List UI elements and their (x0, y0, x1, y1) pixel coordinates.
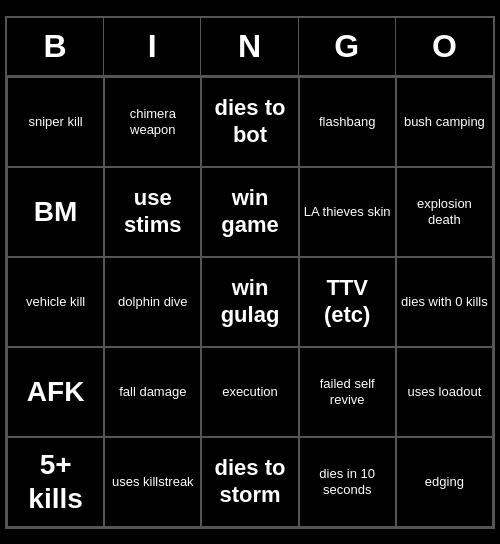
bingo-cell-14: dies with 0 kills (396, 257, 493, 347)
cell-text-7: win game (206, 185, 293, 238)
bingo-cell-0: sniper kill (7, 77, 104, 167)
header-letter-i: I (104, 18, 201, 75)
bingo-cell-6: use stims (104, 167, 201, 257)
bingo-cell-15: AFK (7, 347, 104, 437)
cell-text-12: win gulag (206, 275, 293, 328)
cell-text-14: dies with 0 kills (401, 294, 488, 310)
bingo-cell-9: explosion death (396, 167, 493, 257)
bingo-cell-10: vehicle kill (7, 257, 104, 347)
bingo-cell-7: win game (201, 167, 298, 257)
cell-text-4: bush camping (404, 114, 485, 130)
cell-text-11: dolphin dive (118, 294, 187, 310)
bingo-cell-12: win gulag (201, 257, 298, 347)
bingo-cell-23: dies in 10 seconds (299, 437, 396, 527)
bingo-cell-5: BM (7, 167, 104, 257)
cell-text-13: TTV (etc) (304, 275, 391, 328)
bingo-cell-22: dies to storm (201, 437, 298, 527)
header-letter-o: O (396, 18, 493, 75)
cell-text-10: vehicle kill (26, 294, 85, 310)
header-letter-n: N (201, 18, 298, 75)
cell-text-9: explosion death (401, 196, 488, 227)
cell-text-24: edging (425, 474, 464, 490)
bingo-cell-1: chimera weapon (104, 77, 201, 167)
bingo-cell-19: uses loadout (396, 347, 493, 437)
bingo-card: BINGO sniper killchimera weapondies to b… (5, 16, 495, 529)
bingo-cell-16: fall damage (104, 347, 201, 437)
cell-text-23: dies in 10 seconds (304, 466, 391, 497)
cell-text-3: flashbang (319, 114, 375, 130)
bingo-cell-13: TTV (etc) (299, 257, 396, 347)
bingo-cell-2: dies to bot (201, 77, 298, 167)
cell-text-1: chimera weapon (109, 106, 196, 137)
bingo-cell-18: failed self revive (299, 347, 396, 437)
header-letter-b: B (7, 18, 104, 75)
bingo-cell-21: uses killstreak (104, 437, 201, 527)
cell-text-0: sniper kill (29, 114, 83, 130)
cell-text-17: execution (222, 384, 278, 400)
bingo-cell-24: edging (396, 437, 493, 527)
cell-text-19: uses loadout (408, 384, 482, 400)
cell-text-6: use stims (109, 185, 196, 238)
bingo-cell-4: bush camping (396, 77, 493, 167)
cell-text-2: dies to bot (206, 95, 293, 148)
header-letter-g: G (299, 18, 396, 75)
cell-text-8: LA thieves skin (304, 204, 391, 220)
bingo-cell-11: dolphin dive (104, 257, 201, 347)
cell-text-18: failed self revive (304, 376, 391, 407)
cell-text-22: dies to storm (206, 455, 293, 508)
bingo-cell-17: execution (201, 347, 298, 437)
cell-text-16: fall damage (119, 384, 186, 400)
cell-text-5: BM (34, 195, 78, 229)
bingo-header: BINGO (7, 18, 493, 77)
bingo-cell-3: flashbang (299, 77, 396, 167)
bingo-grid: sniper killchimera weapondies to botflas… (7, 77, 493, 527)
bingo-cell-20: 5+ kills (7, 437, 104, 527)
cell-text-15: AFK (27, 375, 85, 409)
cell-text-21: uses killstreak (112, 474, 194, 490)
bingo-cell-8: LA thieves skin (299, 167, 396, 257)
cell-text-20: 5+ kills (12, 448, 99, 515)
